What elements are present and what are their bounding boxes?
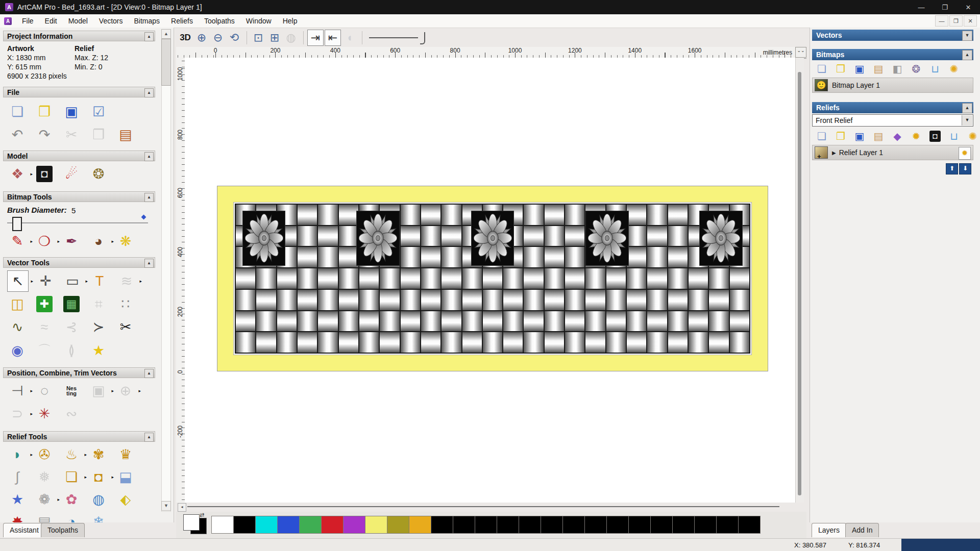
select-vectors-button[interactable]: ↖▸ [7, 270, 29, 292]
crown-relief-button[interactable]: ♛ [115, 444, 136, 465]
toggle-bitmap-visibility-button[interactable]: ⇥ [307, 30, 324, 46]
tab-assistant[interactable]: Assistant [3, 523, 45, 537]
canvas-horizontal-scrollbar[interactable] [187, 506, 779, 507]
colour-swatch-13[interactable] [497, 516, 519, 534]
colour-swatch-1[interactable] [233, 516, 256, 534]
colour-swatch-23[interactable] [716, 516, 739, 534]
reliefs-collapse-button[interactable]: ▲ [962, 103, 972, 113]
new-bitmap-layer-button[interactable]: ❏ [814, 62, 829, 76]
relief-select-dropdown[interactable]: Front Relief ▼ [812, 114, 973, 127]
collapse-project-information-button[interactable]: ▲ [144, 32, 154, 41]
colour-swatch-5[interactable] [321, 516, 344, 534]
flyout-arrow-icon[interactable]: ▸ [57, 239, 60, 244]
save-model-button[interactable]: ▣ [61, 102, 82, 122]
toggle-3d-view-button[interactable]: 3D [178, 30, 193, 45]
flyout-arrow-icon[interactable]: ▸ [138, 388, 141, 393]
relief-layer-visibility-button[interactable]: ✹ [959, 147, 971, 160]
create-star-button[interactable]: ★ [88, 340, 109, 361]
2d-view-canvas[interactable] [185, 58, 795, 503]
mdi-close-button[interactable]: ✕ [964, 15, 977, 27]
flyout-arrow-icon[interactable]: ▸ [111, 239, 114, 244]
fillet-corners-button[interactable]: ⌒ [34, 340, 55, 361]
menu-vectors[interactable]: Vectors [93, 15, 129, 27]
tab-addin[interactable]: Add In [845, 523, 879, 537]
menu-reliefs[interactable]: Reliefs [165, 15, 199, 27]
assistant-scrollbar-thumb[interactable] [161, 39, 171, 86]
greyscale-from-relief-button[interactable]: ◘ [927, 130, 943, 143]
turn-relief-button[interactable]: ✸ [7, 512, 28, 522]
flyout-arrow-icon[interactable]: ▸ [111, 388, 114, 393]
colour-swatch-21[interactable] [672, 516, 695, 534]
colour-swatch-19[interactable] [628, 516, 651, 534]
merge-bitmap-layers-button[interactable]: ▤ [871, 62, 886, 76]
canvas-vertical-scrollbar-thumb[interactable] [798, 72, 801, 495]
copy-button[interactable]: ❐ [88, 124, 109, 145]
assistant-scrollbar[interactable] [161, 29, 171, 512]
attach-artwork-button[interactable]: ❂ [909, 62, 924, 76]
sculpting-tool-button[interactable]: ♨▸ [61, 444, 82, 465]
menu-toolpaths[interactable]: Toolpaths [199, 15, 240, 27]
colour-palette-button[interactable]: ◕▸ [88, 231, 109, 252]
create-polyline-button[interactable]: ∿ [7, 317, 28, 337]
relief-from-bitmap-button[interactable]: ❏▸ [61, 467, 82, 487]
flyout-arrow-icon[interactable]: ▸ [30, 388, 33, 393]
flyout-arrow-icon[interactable]: ▸ [30, 411, 33, 416]
open-model-button[interactable]: ❐ [34, 102, 55, 122]
weave-relief-button[interactable]: ❁▸ [34, 489, 55, 510]
assistant-scroll-up-button[interactable]: ▲ [161, 29, 171, 39]
colour-swatch-12[interactable] [475, 516, 497, 534]
tab-toolpaths[interactable]: Toolpaths [41, 523, 85, 537]
contrast-slider-handle[interactable] [420, 32, 425, 44]
move-layer-up-button[interactable]: ⬆ [946, 163, 958, 174]
colour-swatch-9[interactable] [409, 516, 431, 534]
interlock-vectors-button[interactable]: ∾ [61, 404, 82, 424]
toggle-vector-visibility-button[interactable]: ⇤ [325, 30, 341, 46]
smoothing-tool-button[interactable]: ∫ [7, 467, 28, 487]
preview-relief-button[interactable]: ◖ [342, 30, 357, 45]
new-relief-layer-button[interactable]: ❏ [814, 130, 829, 143]
flyout-arrow-icon[interactable]: ▸ [84, 452, 87, 457]
flyout-arrow-icon[interactable]: ▸ [84, 474, 87, 480]
flyout-arrow-icon[interactable]: ▸ [30, 452, 33, 457]
assistant-scroll-down-button[interactable]: ▼ [161, 501, 171, 511]
wrap-vectors-button[interactable]: ⌗ [88, 294, 109, 314]
toggle-all-bitmap-visibility-button[interactable]: ✺ [946, 62, 962, 76]
nesting-button[interactable]: Nesting [61, 381, 82, 401]
set-model-size-button[interactable]: ❖▸ [7, 164, 28, 184]
flyout-arrow-icon[interactable]: ▸ [111, 474, 114, 480]
open-bitmap-layer-button[interactable]: ❐ [833, 62, 848, 76]
ruler-options-button[interactable]: ⌄⌄ [795, 47, 806, 58]
collapse-bitmap-tools-button[interactable]: ▲ [144, 193, 154, 202]
offset-relief-button[interactable]: ◆ [890, 130, 905, 143]
colour-swatch-24[interactable] [738, 516, 761, 534]
contrast-slider-slider[interactable] [369, 30, 425, 45]
open-relief-layer-button[interactable]: ❐ [833, 130, 848, 143]
mdi-restore-button[interactable]: ❐ [949, 15, 963, 27]
snap-toggle-button[interactable]: ✚ [34, 294, 55, 314]
menu-help[interactable]: Help [277, 15, 303, 27]
colour-swatch-10[interactable] [431, 516, 453, 534]
spin-relief-button[interactable]: ◔ [61, 512, 82, 522]
zoom-out-button[interactable]: ⊖ [210, 30, 226, 45]
menu-edit[interactable]: Edit [39, 15, 63, 27]
pick-colour-button[interactable]: ✒ [61, 231, 82, 252]
canvas-horizontal-scroll-button[interactable]: ◂ [178, 503, 186, 512]
model-properties-button[interactable]: ☑ [88, 102, 109, 122]
text-in-box-button[interactable]: ▦ [61, 294, 82, 314]
group-vectors-button[interactable]: ▣▸ [88, 381, 109, 401]
delete-relief-layer-button[interactable]: ⊔ [946, 130, 962, 143]
paste-button[interactable]: ▤ [115, 124, 136, 145]
colour-swatch-4[interactable] [299, 516, 322, 534]
flyout-arrow-icon[interactable]: ▸ [57, 497, 60, 502]
zoom-previous-button[interactable]: ⟲ [227, 30, 242, 45]
menu-window[interactable]: Window [240, 15, 277, 27]
flyout-arrow-icon[interactable]: ▸ [31, 279, 33, 284]
colour-swatch-22[interactable] [694, 516, 717, 534]
primary-colour-chip[interactable] [183, 514, 200, 531]
texture-relief-button[interactable]: ❅ [34, 467, 55, 487]
colour-swatch-7[interactable] [365, 516, 387, 534]
bitmap-layer-row[interactable]: 🙂 Bitmap Layer 1 [812, 78, 973, 93]
extrude-relief-button[interactable]: ⬖ [115, 489, 136, 510]
collapse-file-button[interactable]: ▲ [144, 88, 154, 97]
brush-diameter-slider-handle[interactable] [12, 217, 22, 231]
